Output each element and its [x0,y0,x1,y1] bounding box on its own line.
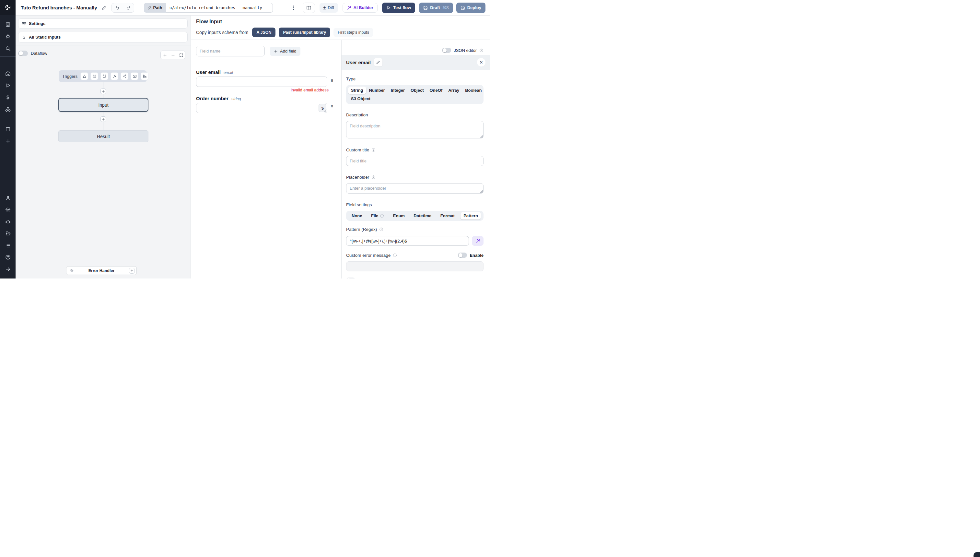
resize-handle-icon[interactable] [324,109,327,112]
placeholder-input[interactable] [346,183,484,194]
info-icon[interactable] [379,227,384,231]
flow-input-fields-panel: Add field User email email ⠿ [191,40,341,278]
zoom-in-button[interactable] [161,51,169,59]
test-flow-button[interactable]: Test flow [382,3,415,13]
kafka-trigger-icon[interactable] [120,72,128,80]
websocket-trigger-icon[interactable] [111,72,118,80]
type-option-s3-object[interactable]: S3 Object [348,95,373,103]
sidebar-item-schedules[interactable] [0,123,16,135]
copy-from-json-button[interactable]: A JSON [252,28,275,37]
webhook-trigger-icon[interactable] [80,72,88,80]
undo-button[interactable] [112,3,123,12]
flow-canvas[interactable]: Settings All Static Inputs Dataflow [16,16,191,278]
path-value[interactable]: u/alex/tuto_refund_branches___manually [166,3,273,13]
path-edit-button[interactable]: Path [144,3,166,13]
info-icon[interactable] [393,253,397,257]
fit-view-button[interactable] [177,51,185,59]
rail-divider [0,56,16,57]
type-option-array[interactable]: Array [445,86,462,94]
flow-settings-button[interactable]: Settings [18,18,188,29]
sidebar-item-user[interactable] [0,192,16,204]
sidebar-item-ai[interactable] [0,216,16,228]
sidebar-item-settings[interactable] [0,204,16,216]
deploy-button[interactable]: Deploy [456,3,486,13]
copy-from-first-step-button[interactable]: First step's inputs [333,28,373,37]
triggers-bar[interactable]: Triggers [59,70,147,82]
sidebar-expand-button[interactable] [0,263,16,275]
plus-icon [274,49,278,53]
close-panel-button[interactable]: ✕ [477,58,486,67]
sidebar-item-variables[interactable] [0,91,16,103]
description-input[interactable] [346,121,484,138]
order-number-value-input[interactable] [196,103,327,113]
sidebar-item-search[interactable] [0,42,16,54]
user-email-value-input[interactable] [196,77,327,87]
resize-handle-icon[interactable] [480,190,483,193]
info-icon[interactable] [371,148,375,152]
type-option-boolean[interactable]: Boolean [462,86,484,94]
setting-option-none[interactable]: None [349,212,365,220]
all-static-inputs-button[interactable]: All Static Inputs [18,32,188,42]
resize-handle-icon[interactable] [480,135,483,138]
custom-error-enable-toggle[interactable] [458,252,467,258]
error-handler-node[interactable]: Error Handler [66,266,137,275]
custom-title-input[interactable] [346,156,484,166]
diff-label: Diff [328,5,334,10]
sidebar-item-favorites[interactable] [0,31,16,42]
input-node[interactable]: Input [59,98,148,112]
sidebar-add-button[interactable] [0,135,16,147]
ai-generate-regex-button[interactable] [472,236,484,246]
type-option-number[interactable]: Number [366,86,388,94]
copy-from-past-runs-button[interactable]: Past runs/Input library [279,28,330,37]
windmill-logo-icon[interactable] [0,0,16,15]
setting-option-file[interactable]: File [368,212,387,220]
result-node[interactable]: Result [59,130,148,142]
plus-icon [102,90,105,93]
info-icon[interactable] [479,48,484,52]
edit-title-button[interactable] [102,5,106,10]
redo-icon [126,5,131,10]
type-option-oneof[interactable]: OneOf [427,86,445,94]
more-menu-button[interactable]: ⋮ [289,5,298,11]
add-error-handler-button[interactable] [129,268,135,274]
setting-option-enum[interactable]: Enum [390,212,408,220]
sidebar-item-help[interactable] [0,251,16,263]
setting-option-format[interactable]: Format [437,212,458,220]
sidebar-item-folders[interactable] [0,228,16,239]
email-trigger-icon[interactable] [131,72,138,80]
zoom-out-button[interactable] [169,51,177,59]
docs-button[interactable] [303,3,315,13]
sliders-icon [22,21,26,26]
rename-field-button[interactable] [374,58,382,67]
poll-watch-trigger-icon[interactable] [141,72,148,80]
sidebar-item-resources[interactable] [0,103,16,116]
sidebar-item-home[interactable] [0,68,16,80]
add-field-button[interactable]: Add field [270,47,301,56]
sidebar-item-runs[interactable] [0,80,16,91]
diff-button[interactable]: ± Diff [320,3,338,13]
field-name-input[interactable] [196,46,265,56]
schedule-trigger-icon[interactable] [90,72,98,80]
dataflow-toggle[interactable] [18,50,28,56]
setting-option-datetime[interactable]: Datetime [411,212,434,220]
redo-button[interactable] [123,3,134,12]
type-option-integer[interactable]: Integer [388,86,408,94]
insert-step-after-input-button[interactable] [101,116,106,122]
draft-button[interactable]: Draft ⌘S [419,3,453,13]
sidebar-item-workspace[interactable] [0,18,16,31]
test-flow-label: Test flow [393,5,411,10]
json-editor-toggle[interactable] [442,48,451,53]
http-route-trigger-icon[interactable] [101,72,108,80]
dataflow-label: Dataflow [31,51,47,56]
pattern-regex-input[interactable] [346,236,469,246]
insert-step-before-input-button[interactable] [101,88,106,94]
type-option-string[interactable]: String [348,86,366,94]
disable-variable-picker-toggle[interactable] [346,277,355,278]
ai-builder-button[interactable]: AI Builder [343,3,377,13]
sidebar-item-logs[interactable] [0,239,16,252]
drag-handle-icon[interactable]: ⠿ [330,105,333,109]
info-icon[interactable] [371,175,375,179]
type-option-object[interactable]: Object [408,86,426,94]
setting-option-pattern[interactable]: Pattern [460,212,481,220]
drag-handle-icon[interactable]: ⠿ [330,79,333,83]
